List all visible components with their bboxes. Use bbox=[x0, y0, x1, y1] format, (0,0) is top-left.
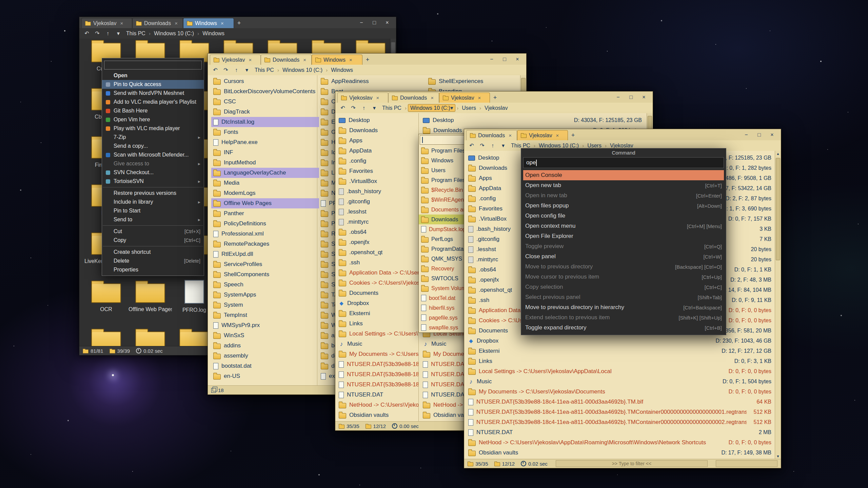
list-item[interactable]: NetHood -> C:\Users\Vjekoslav\AppData\Ro… bbox=[337, 400, 418, 410]
list-item[interactable]: assembly bbox=[211, 351, 319, 361]
command-item-open-new-tab[interactable]: Open new tab[Ctrl+T] bbox=[521, 180, 726, 190]
scrollbar[interactable]: ▲ ▼ bbox=[775, 151, 781, 459]
menu-item-include-in-library[interactable]: Include in library▸ bbox=[102, 198, 204, 206]
menu-item-copy[interactable]: Copy[Ctrl+C] bbox=[102, 236, 204, 245]
breadcrumb-this-pc[interactable]: This PC bbox=[380, 105, 403, 111]
menu-item-tortoisesvn[interactable]: TortoiseSVN▸ bbox=[102, 177, 204, 186]
tab-downloads[interactable]: Downloads× bbox=[388, 93, 439, 103]
tab-vjekoslav[interactable]: Vjekoslav× bbox=[517, 130, 568, 140]
list-item[interactable]: InputMethod bbox=[211, 158, 319, 168]
tab-close-icon[interactable]: × bbox=[556, 133, 559, 138]
scrollbar-thumb[interactable] bbox=[776, 158, 780, 260]
list-item[interactable]: Links bbox=[337, 319, 418, 329]
up-button[interactable]: ↑ bbox=[359, 104, 369, 112]
tab-close-icon[interactable]: × bbox=[221, 20, 224, 26]
back-button[interactable]: ↶ bbox=[82, 29, 92, 38]
tab-close-icon[interactable]: × bbox=[303, 57, 306, 63]
menu-item-restore-previous-versions[interactable]: Restore previous versions bbox=[102, 189, 204, 198]
tab-windows[interactable]: Windows× bbox=[183, 18, 234, 28]
forward-button[interactable]: ↷ bbox=[221, 66, 231, 74]
list-item[interactable]: LinksD: 0, F: 3, 1 KB bbox=[466, 356, 773, 366]
list-item[interactable]: .minttyrc bbox=[337, 217, 418, 227]
tab-downloads[interactable]: Downloads× bbox=[466, 130, 517, 140]
list-item[interactable]: .obs64 bbox=[337, 227, 418, 237]
command-item-copy-selection[interactable]: Copy selection[Ctrl+C] bbox=[521, 282, 726, 292]
command-item-open-context-menu[interactable]: Open context menu[Ctrl+M] [Menu] bbox=[521, 221, 726, 231]
list-item[interactable]: LanguageOverlayCache bbox=[211, 168, 319, 178]
grid-item[interactable] bbox=[129, 327, 172, 346]
list-item[interactable]: addins bbox=[211, 341, 319, 351]
list-item[interactable]: TempInst bbox=[211, 310, 319, 320]
forward-button[interactable]: ↷ bbox=[477, 142, 487, 150]
tab-downloads[interactable]: Downloads× bbox=[132, 18, 183, 28]
filter-hint[interactable]: >> Type to filter << bbox=[556, 460, 708, 467]
list-item[interactable]: ♪MusicD: 0, F: 1, 504 bytes bbox=[466, 377, 773, 387]
list-item[interactable]: SystemApps bbox=[211, 290, 319, 300]
menu-inline-input[interactable] bbox=[104, 61, 202, 69]
list-item[interactable]: PolicyDefinitions bbox=[211, 219, 319, 229]
minimize-button[interactable]: − bbox=[486, 55, 498, 64]
maximize-button[interactable]: □ bbox=[498, 55, 511, 64]
history-menu-button[interactable]: ▾ bbox=[370, 104, 379, 112]
minimize-button[interactable]: − bbox=[612, 93, 624, 102]
list-item[interactable]: Speech bbox=[211, 280, 319, 290]
tab-close-icon[interactable]: × bbox=[509, 133, 512, 138]
new-tab-button[interactable]: + bbox=[362, 55, 373, 65]
menu-item-give-access-to[interactable]: Give access to▸ bbox=[102, 159, 204, 168]
breadcrumb-windows[interactable]: Windows bbox=[200, 30, 226, 37]
list-item[interactable]: .gitconfig bbox=[337, 197, 418, 207]
titlebar[interactable]: Vjekoslav×Downloads×Windows×+ −□× bbox=[79, 17, 396, 28]
list-item[interactable]: .openjfx bbox=[337, 237, 418, 247]
menu-item-cut[interactable]: Cut[Ctrl+X] bbox=[102, 227, 204, 236]
list-item[interactable]: Fonts bbox=[211, 127, 319, 137]
tab-close-icon[interactable]: × bbox=[349, 57, 352, 63]
tab-vjekoslav[interactable]: Vjekoslav× bbox=[210, 55, 261, 65]
command-item-toggle-expand-directory[interactable]: Toggle expand directory[Ctrl+B] bbox=[521, 323, 726, 333]
tab-close-icon[interactable]: × bbox=[478, 95, 481, 101]
menu-item-create-shortcut[interactable]: Create shortcut bbox=[102, 248, 204, 257]
command-item-open-in-new-tab[interactable]: Open in new tab[Ctrl+Enter] bbox=[521, 190, 726, 201]
command-item-open-files-popup[interactable]: Open files popup[Alt+Down] bbox=[521, 201, 726, 211]
close-button[interactable]: × bbox=[638, 93, 650, 102]
menu-item-open[interactable]: Open bbox=[102, 71, 204, 80]
command-input[interactable]: ope bbox=[523, 157, 724, 168]
list-item[interactable]: Apps bbox=[337, 136, 418, 146]
list-item[interactable]: CSC bbox=[211, 97, 319, 107]
titlebar[interactable]: Vjekoslav×Downloads×Windows×+ −□× bbox=[208, 54, 526, 65]
grid-item[interactable] bbox=[84, 327, 128, 346]
breadcrumb-windows-10-c[interactable]: Windows 10 (C:) bbox=[280, 67, 324, 74]
list-item[interactable]: Local Settings -> C:\Users\Vjekoslav\App… bbox=[466, 366, 773, 377]
menu-item-scan-with-microsoft-defender[interactable]: Scan with Microsoft Defender... bbox=[102, 150, 204, 159]
tab-close-icon[interactable]: × bbox=[431, 95, 434, 101]
menu-item-7-zip[interactable]: 7-Zip▸ bbox=[102, 133, 204, 142]
close-button[interactable]: × bbox=[381, 18, 393, 27]
list-item[interactable]: ShellComponents bbox=[211, 269, 319, 280]
new-tab-button[interactable]: + bbox=[490, 93, 500, 103]
menu-item-pin-to-quick-access[interactable]: Pin to Quick access bbox=[102, 80, 204, 89]
minimize-button[interactable]: − bbox=[740, 130, 752, 139]
menu-item-pin-to-start[interactable]: Pin to Start bbox=[102, 206, 204, 215]
back-button[interactable]: ↶ bbox=[338, 104, 348, 112]
tab-close-icon[interactable]: × bbox=[249, 57, 252, 63]
list-item[interactable]: ServiceProfiles bbox=[211, 259, 319, 269]
tab-close-icon[interactable]: × bbox=[120, 20, 123, 26]
list-item[interactable]: ♪Music bbox=[337, 339, 418, 349]
command-item-move-to-previous-directory-in-hierarchy[interactable]: Move to previous directory in hierarchy[… bbox=[521, 302, 726, 312]
tab-windows[interactable]: Windows× bbox=[312, 55, 362, 65]
tab-vjekoslav[interactable]: Vjekoslav× bbox=[337, 93, 388, 103]
list-item[interactable]: Cookies -> C:\Users\Vjekoslav\AppData\Lo… bbox=[337, 278, 418, 288]
tab-close-icon[interactable]: × bbox=[376, 95, 379, 101]
breadcrumb-windows-10-c[interactable]: Windows 10 (C:)▾ bbox=[408, 104, 455, 112]
command-item-toggle-preview[interactable]: Toggle preview[Ctrl+Q] bbox=[521, 241, 726, 251]
list-item[interactable]: .lesshst bbox=[337, 207, 418, 217]
list-item[interactable]: Downloads bbox=[337, 125, 418, 136]
list-item[interactable]: NTUSER.DAT bbox=[337, 390, 418, 400]
list-item[interactable]: Media bbox=[211, 178, 319, 188]
command-item-select-previous-panel[interactable]: Select previous panel[Shift+Tab] bbox=[521, 292, 726, 302]
list-item[interactable]: INF bbox=[211, 147, 319, 158]
command-item-extend-selection-to-previous-item[interactable]: Extend selection to previous item[Shift+… bbox=[521, 312, 726, 323]
close-button[interactable]: × bbox=[766, 130, 778, 139]
list-item[interactable]: ◆DropboxD: 230, F: 1043, 46 GB bbox=[466, 336, 773, 346]
list-item[interactable]: AppData bbox=[337, 146, 418, 156]
list-item[interactable]: NTUSER.DAT{53b39e88-18c4-11ea-a811-000d3… bbox=[337, 380, 418, 390]
